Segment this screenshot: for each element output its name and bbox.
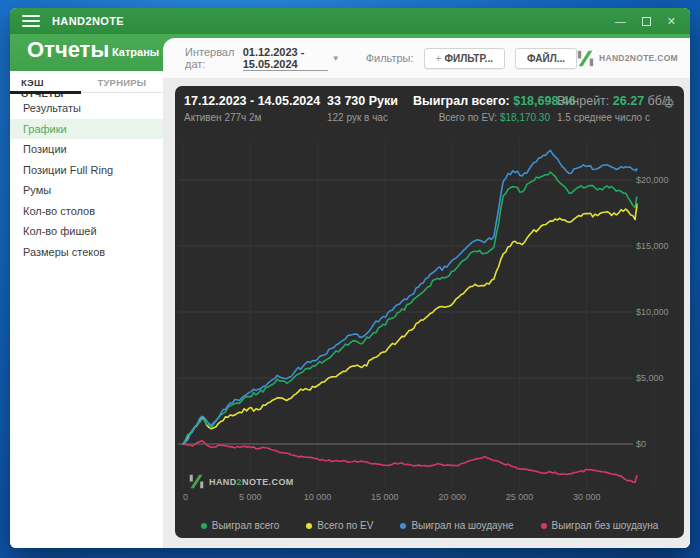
series-line <box>183 204 637 444</box>
date-range-selector[interactable]: 01.12.2023 - 15.05.2024 <box>243 46 328 71</box>
sidebar: КЭШ ОТЧЕТЫ ТУРНИРЫ РезультатыГрафикиПози… <box>10 71 163 548</box>
legend-label: Всего по EV <box>317 520 373 531</box>
sidebar-item[interactable]: Размеры стеков <box>10 242 163 263</box>
sidebar-item[interactable]: Позиции <box>10 139 163 160</box>
sidebar-tabs: КЭШ ОТЧЕТЫ ТУРНИРЫ <box>10 71 163 93</box>
chart-legend: Выиграл всегоВсего по EVВыиграл на шоуда… <box>175 520 684 531</box>
legend-dot-icon <box>400 523 406 529</box>
maximize-button[interactable] <box>642 17 651 26</box>
y-axis-tick: $5,000 <box>636 373 664 383</box>
report-toolbar: Интервал дат: 01.12.2023 - 15.05.2024 ▼ … <box>163 38 690 78</box>
legend-item[interactable]: Выиграл всего <box>201 520 280 531</box>
brand-text: HAND2NOTE.COM <box>599 53 678 63</box>
plus-icon: + <box>436 53 442 64</box>
sidebar-item[interactable]: Кол-во столов <box>10 201 163 222</box>
gear-icon[interactable]: ⚙ <box>662 96 675 110</box>
sidebar-item[interactable]: Румы <box>10 180 163 201</box>
chevron-down-icon: ▼ <box>332 54 340 63</box>
y-axis-tick: $0 <box>636 439 646 449</box>
stat-period: 17.12.2023 - 14.05.2024 Активен 277ч 2м <box>184 94 327 136</box>
add-filter-button[interactable]: +ФИЛЬТР... <box>424 48 505 69</box>
sidebar-item[interactable]: Графики <box>10 119 163 140</box>
hand2note-logo-icon <box>577 50 594 67</box>
legend-label: Выиграл на шоудауне <box>411 520 513 531</box>
sidebar-item[interactable]: Позиции Full Ring <box>10 160 163 181</box>
stat-winnings: Выиграл всего: $18,698.46 Всего по EV: $… <box>413 94 550 136</box>
close-button[interactable]: ✕ <box>667 16 676 27</box>
sidebar-menu: РезультатыГрафикиПозицииПозиции Full Rin… <box>10 93 163 262</box>
series-line <box>183 172 637 444</box>
chart-panel: 17.12.2023 - 14.05.2024 Активен 277ч 2м … <box>175 86 684 538</box>
brand-link[interactable]: HAND2NOTE.COM <box>577 50 678 67</box>
stat-hands: 33 730 Руки 122 рук в час <box>327 94 413 136</box>
title-bar: HAND2NOTE — ✕ <box>10 8 690 34</box>
sidebar-item[interactable]: Кол-во фишей <box>10 221 163 242</box>
y-axis-tick: $20,000 <box>636 175 669 185</box>
x-axis-tick: 20 000 <box>438 492 466 502</box>
tab-cash-reports[interactable]: КЭШ ОТЧЕТЫ <box>10 71 87 92</box>
main-content: 17.12.2023 - 14.05.2024 Активен 277ч 2м … <box>163 71 690 548</box>
legend-item[interactable]: Выиграл на шоудауне <box>400 520 513 531</box>
filters-label: Фильтры: <box>366 52 414 64</box>
y-axis-tick: $15,000 <box>636 241 669 251</box>
x-axis-tick: 15 000 <box>371 492 399 502</box>
interval-label: Интервал дат: <box>185 46 237 70</box>
legend-item[interactable]: Всего по EV <box>306 520 373 531</box>
chart-watermark: HAND2NOTE.COM <box>189 474 294 489</box>
x-axis-tick: 5 000 <box>239 492 262 502</box>
tab-tournaments[interactable]: ТУРНИРЫ <box>87 71 164 92</box>
x-axis-tick: 10 000 <box>304 492 332 502</box>
x-axis-tick: 25 000 <box>506 492 534 502</box>
y-axis-tick: $10,000 <box>636 307 669 317</box>
sidebar-item[interactable]: Результаты <box>10 98 163 119</box>
hand2note-logo-icon <box>189 474 204 489</box>
window-title: HAND2NOTE <box>52 15 124 27</box>
series-line <box>183 150 637 444</box>
app-window: HAND2NOTE — ✕ Отчеты Катраны 100Р (7)▼ И… <box>10 8 690 548</box>
minimize-button[interactable]: — <box>615 16 626 27</box>
x-axis-tick: 0 <box>183 492 188 502</box>
line-chart: $0$5,000$10,000$15,000$20,00005 00010 00… <box>178 140 684 508</box>
legend-item[interactable]: Выиграл без шоудауна <box>541 520 659 531</box>
legend-dot-icon <box>541 523 547 529</box>
legend-dot-icon <box>201 523 207 529</box>
watermark-text: HAND2NOTE.COM <box>209 477 294 487</box>
hamburger-menu-icon[interactable] <box>22 15 40 27</box>
x-axis-tick: 30 000 <box>573 492 601 502</box>
file-button[interactable]: ФАЙЛ... <box>515 48 577 69</box>
stats-header: 17.12.2023 - 14.05.2024 Активен 277ч 2м … <box>184 94 684 136</box>
legend-label: Выиграл всего <box>212 520 280 531</box>
legend-label: Выиграл без шоудауна <box>552 520 659 531</box>
page-title: Отчеты <box>27 37 109 63</box>
legend-dot-icon <box>306 523 312 529</box>
